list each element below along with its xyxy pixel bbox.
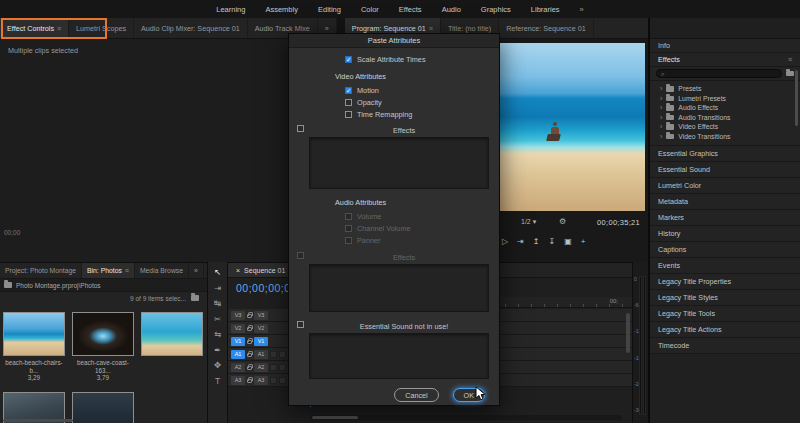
panel-menu-icon[interactable]: ≡ (125, 267, 129, 274)
chevron-right-icon[interactable]: › (660, 114, 662, 121)
effects-folder-presets[interactable]: › Presets (650, 84, 800, 94)
timeline-horizontal-scrollbar[interactable] (310, 415, 622, 420)
tab-reference-monitor[interactable]: Reference: Sequence 01 (499, 18, 594, 38)
workspace-audio[interactable]: Audio (442, 5, 461, 14)
volume-checkbox[interactable] (345, 213, 352, 220)
mute-toggle[interactable] (270, 377, 277, 384)
source-patch[interactable]: V3 (231, 311, 245, 320)
panel-header-essential-sound[interactable]: Essential Sound (650, 161, 800, 177)
source-patch[interactable]: V1 (231, 337, 245, 346)
source-patch[interactable]: A3 (231, 376, 245, 385)
panel-header-info[interactable]: Info (650, 39, 800, 53)
selection-tool[interactable]: ↖ (214, 267, 221, 277)
opacity-row[interactable]: Opacity (345, 98, 382, 107)
effects-folder-audio-transitions[interactable]: › Audio Transitions (650, 113, 800, 123)
motion-row[interactable]: Motion (345, 86, 379, 95)
effects-folder-audio-effects[interactable]: › Audio Effects (650, 103, 800, 113)
workspace-libraries[interactable]: Libraries (531, 5, 560, 14)
clip-thumbnail-beach-cave[interactable] (72, 312, 134, 356)
panel-header-metadata[interactable]: Metadata (650, 193, 800, 209)
panner-checkbox[interactable] (345, 237, 352, 244)
button-editor-button[interactable]: + (581, 237, 586, 246)
ripple-edit-tool[interactable]: ↹ (214, 298, 221, 308)
motion-checkbox[interactable] (345, 87, 352, 94)
lift-button[interactable]: ↥ (533, 237, 540, 246)
audio-effects-checkbox[interactable] (297, 252, 304, 259)
slip-tool[interactable]: ⇆ (214, 329, 221, 339)
mute-toggle[interactable] (270, 364, 277, 371)
scale-attribute-times-row[interactable]: Scale Attribute Times (345, 55, 426, 64)
workspace-graphics[interactable]: Graphics (481, 5, 511, 14)
track-lock-icon[interactable] (247, 366, 252, 370)
clip-thumbnail[interactable] (141, 312, 203, 356)
channel-volume-checkbox[interactable] (345, 225, 352, 232)
tab-bin-photos[interactable]: Bin: Photos ≡ (82, 263, 135, 278)
panel-header-legacy-title-tools[interactable]: Legacy Title Tools (650, 305, 800, 321)
track-lock-icon[interactable] (247, 314, 252, 318)
export-frame-button[interactable]: ▣ (564, 237, 572, 246)
extract-button[interactable]: ↧ (548, 237, 555, 246)
panel-header-history[interactable]: History (650, 225, 800, 241)
track-lock-icon[interactable] (247, 353, 252, 357)
tab-effect-controls[interactable]: Effect Controls ≡ (0, 18, 69, 38)
cancel-button[interactable]: Cancel (394, 388, 438, 402)
sidebar-scrollbar[interactable] (795, 70, 798, 126)
panel-header-essential-graphics[interactable]: Essential Graphics (650, 145, 800, 161)
panel-header-legacy-title-properties[interactable]: Legacy Title Properties (650, 273, 800, 289)
video-effects-checkbox[interactable] (297, 125, 304, 132)
essential-sound-row[interactable] (297, 321, 304, 328)
video-effects-row[interactable] (297, 125, 304, 132)
panner-row[interactable]: Panner (345, 236, 381, 245)
effects-folder-video-effects[interactable]: › Video Effects (650, 122, 800, 132)
monitor-settings-icon[interactable]: ⚙ (559, 217, 566, 226)
mute-toggle[interactable] (270, 351, 277, 358)
video-effects-list[interactable] (309, 137, 489, 189)
timeline-vertical-scrollbar[interactable] (626, 313, 630, 353)
target-patch[interactable]: A3 (254, 376, 268, 385)
workspace-overflow-icon[interactable]: » (580, 5, 584, 14)
step-forward-button[interactable]: ▷ (502, 237, 508, 246)
source-patch[interactable]: V2 (231, 324, 245, 333)
type-tool[interactable]: T (215, 376, 220, 386)
solo-toggle[interactable] (279, 351, 286, 358)
channel-volume-row[interactable]: Channel Volume (345, 224, 411, 233)
tab-overflow-icon[interactable]: » (189, 263, 204, 278)
track-lock-icon[interactable] (247, 379, 252, 383)
close-icon[interactable]: × (236, 267, 240, 274)
workspace-learning[interactable]: Learning (216, 5, 245, 14)
solo-toggle[interactable] (279, 377, 286, 384)
new-custom-bin-icon[interactable] (786, 71, 794, 77)
panel-menu-icon[interactable]: ≡ (788, 56, 792, 63)
hand-tool[interactable]: ✥ (214, 360, 221, 370)
workspace-color[interactable]: Color (361, 5, 379, 14)
time-remapping-row[interactable]: Time Remapping (345, 110, 412, 119)
workspace-effects[interactable]: Effects (399, 5, 422, 14)
scale-attribute-times-checkbox[interactable] (345, 56, 352, 63)
volume-row[interactable]: Volume (345, 212, 381, 221)
chevron-right-icon[interactable]: › (660, 85, 662, 92)
search-input[interactable] (668, 70, 777, 77)
razor-tool[interactable]: ✂ (214, 314, 221, 324)
audio-effects-list[interactable] (309, 264, 489, 312)
panel-header-timecode[interactable]: Timecode (650, 337, 800, 353)
panel-header-lumetri-color[interactable]: Lumetri Color (650, 177, 800, 193)
opacity-checkbox[interactable] (345, 99, 352, 106)
time-remapping-checkbox[interactable] (345, 111, 352, 118)
pen-tool[interactable]: ✒ (214, 345, 221, 355)
clip-thumbnail[interactable] (72, 392, 134, 423)
panel-header-events[interactable]: Events (650, 257, 800, 273)
effects-folder-lumetri-presets[interactable]: › Lumetri Presets (650, 94, 800, 104)
target-patch[interactable]: A1 (254, 350, 268, 359)
tab-sequence-01[interactable]: × Sequence 01 (228, 263, 293, 277)
panel-menu-icon[interactable]: ≡ (57, 25, 61, 32)
panel-header-effects[interactable]: Effects ≡ (650, 53, 800, 67)
panel-header-legacy-title-styles[interactable]: Legacy Title Styles (650, 289, 800, 305)
track-select-forward-tool[interactable]: ⇥ (214, 283, 221, 293)
clip-thumbnail-beach-chairs[interactable] (3, 312, 65, 356)
playback-resolution-select[interactable]: 1/2 ▾ (521, 218, 536, 226)
track-lock-icon[interactable] (247, 327, 252, 331)
bin-breadcrumb[interactable]: Photo Montage.prproj\Photos (0, 279, 207, 292)
essential-sound-checkbox[interactable] (297, 321, 304, 328)
essential-sound-list[interactable] (309, 333, 489, 379)
solo-toggle[interactable] (279, 364, 286, 371)
